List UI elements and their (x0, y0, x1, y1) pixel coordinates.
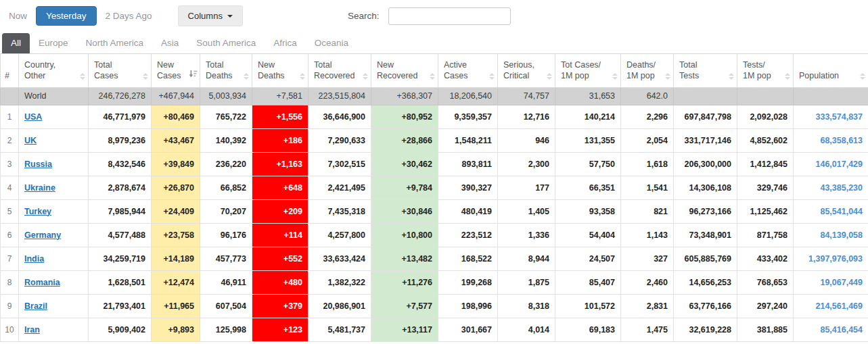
search-input[interactable] (388, 7, 511, 25)
sort-icon[interactable] (80, 73, 85, 80)
cell-new-recovered: +30,462 (371, 153, 438, 176)
sort-icon[interactable] (430, 73, 435, 80)
population-link[interactable]: 84,139,058 (820, 230, 863, 240)
sort-icon[interactable] (785, 73, 790, 80)
cell-new-cases: +467,944 (152, 88, 200, 105)
country-link[interactable]: UK (24, 136, 37, 145)
columns-dropdown-button[interactable]: Columns (178, 5, 243, 26)
sort-icon[interactable] (612, 73, 618, 80)
cell-total-deaths: 5,003,934 (200, 88, 252, 105)
cell-tests-1m: 4,852,602 (737, 129, 794, 153)
population-link[interactable]: 214,561,469 (815, 301, 863, 311)
covid-stats-page: Now Yesterday 2 Days Ago Columns Search:… (0, 0, 868, 344)
column-header-active-cases[interactable]: ActiveCases (438, 54, 498, 88)
country-link[interactable]: Ukraine (24, 183, 55, 193)
country-link[interactable]: Turkey (24, 207, 51, 216)
column-header-total-tests[interactable]: TotalTests (674, 54, 737, 88)
country-link[interactable]: Romania (24, 278, 60, 287)
cell-tests-1m: 871,758 (737, 224, 794, 247)
cell-total-deaths: 46,911 (200, 271, 252, 295)
column-header-tests-1m[interactable]: Tests/1M pop (737, 54, 794, 88)
now-tab[interactable]: Now (9, 11, 27, 21)
column-header-total-recovered[interactable]: TotalRecovered (309, 54, 371, 88)
population-link[interactable]: 68,358,613 (820, 136, 863, 145)
cell-total-cases: 4,577,488 (89, 224, 152, 247)
cell-country: Iran (19, 318, 89, 342)
sort-icon[interactable] (547, 73, 552, 80)
toolbar: Now Yesterday 2 Days Ago Columns Search: (0, 0, 868, 29)
yesterday-tab[interactable]: Yesterday (36, 6, 97, 26)
region-tab-south-america[interactable]: South America (187, 33, 265, 53)
country-link[interactable]: India (24, 254, 44, 264)
population-link[interactable]: 1,397,976,093 (808, 254, 863, 264)
country-link[interactable]: Brazil (24, 301, 47, 311)
cell-total-tests: 331,717,146 (674, 129, 737, 153)
sort-icon[interactable] (729, 73, 734, 80)
column-header-country[interactable]: Country,Other (19, 54, 89, 88)
column-header-serious-critical[interactable]: Serious,Critical (498, 54, 555, 88)
cell-tot-cases-1m: 131,355 (555, 129, 621, 153)
cell-new-recovered: +28,866 (371, 129, 438, 153)
sort-icon[interactable] (300, 73, 305, 80)
column-header-total-deaths[interactable]: TotalDeaths (200, 54, 252, 88)
cell-new-deaths: +1,163 (252, 153, 309, 176)
table-row-turkey: 5Turkey7,985,944+24,40970,207+2097,435,3… (1, 200, 868, 224)
sort-icon[interactable] (860, 73, 865, 80)
column-header-total-cases[interactable]: TotalCases (89, 54, 152, 88)
cell-rank: 8 (1, 271, 19, 295)
cell-active-cases: 18,206,540 (438, 88, 498, 105)
country-link[interactable]: Russia (24, 159, 52, 169)
region-tab-asia[interactable]: Asia (152, 33, 187, 53)
country-link[interactable]: USA (24, 112, 42, 122)
region-tab-europe[interactable]: Europe (30, 33, 77, 53)
cell-tests-1m: 1,125,462 (737, 200, 794, 224)
region-tab-africa[interactable]: Africa (265, 33, 306, 53)
region-tab-north-america[interactable]: North America (77, 33, 153, 53)
sort-icon[interactable] (143, 73, 148, 80)
cell-deaths-1m: 1,541 (621, 176, 674, 200)
region-tab-oceania[interactable]: Oceania (306, 33, 357, 53)
column-header-new-recovered[interactable]: NewRecovered (371, 54, 438, 88)
region-tab-all[interactable]: All (2, 33, 30, 53)
column-header-population[interactable]: Population (794, 54, 868, 88)
cell-total-cases: 8,979,236 (89, 129, 152, 153)
country-link[interactable]: Germany (24, 230, 61, 240)
column-header-new-deaths[interactable]: NewDeaths (252, 54, 309, 88)
cell-total-recovered: 36,646,900 (309, 105, 371, 129)
population-link[interactable]: 19,067,449 (820, 278, 863, 287)
sort-icon[interactable] (244, 73, 249, 80)
column-header-tot-cases-1m[interactable]: Tot Cases/1M pop (555, 54, 621, 88)
cell-country: Romania (19, 271, 89, 295)
country-link[interactable]: Iran (24, 325, 40, 335)
sort-desc-active-icon[interactable] (189, 70, 198, 81)
cell-tot-cases-1m: 24,507 (555, 247, 621, 271)
cell-new-recovered: +13,482 (371, 247, 438, 271)
sort-icon[interactable] (665, 73, 670, 80)
column-header-deaths-1m[interactable]: Deaths/1M pop (621, 54, 674, 88)
cell-new-recovered: +7,577 (371, 295, 438, 318)
sort-icon[interactable] (363, 73, 368, 80)
cell-total-tests: 32,619,228 (674, 318, 737, 342)
cell-deaths-1m: 327 (621, 247, 674, 271)
cell-total-tests: 605,885,769 (674, 247, 737, 271)
cell-total-recovered: 7,302,515 (309, 153, 371, 176)
table-row-usa: 1USA46,771,979+80,469765,722+1,55636,646… (1, 105, 868, 129)
cell-total-deaths: 457,773 (200, 247, 252, 271)
population-link[interactable]: 43,385,230 (820, 183, 863, 193)
cell-population: 146,017,429 (794, 153, 868, 176)
cell-new-deaths: +552 (252, 247, 309, 271)
sort-icon[interactable] (489, 73, 495, 80)
cell-total-tests: 14,656,253 (674, 271, 737, 295)
population-link[interactable]: 85,541,044 (820, 207, 863, 216)
population-link[interactable]: 146,017,429 (815, 159, 863, 169)
population-link[interactable]: 333,574,837 (815, 112, 863, 122)
column-header-new-cases[interactable]: NewCases (152, 54, 200, 88)
cell-rank: 4 (1, 176, 19, 200)
cell-country: Brazil (19, 295, 89, 318)
cell-new-deaths: +209 (252, 200, 309, 224)
population-link[interactable]: 85,416,454 (820, 325, 863, 335)
cell-new-cases: +26,870 (152, 176, 200, 200)
cell-population: 84,139,058 (794, 224, 868, 247)
two-days-ago-tab[interactable]: 2 Days Ago (106, 11, 152, 21)
cell-rank: 5 (1, 200, 19, 224)
